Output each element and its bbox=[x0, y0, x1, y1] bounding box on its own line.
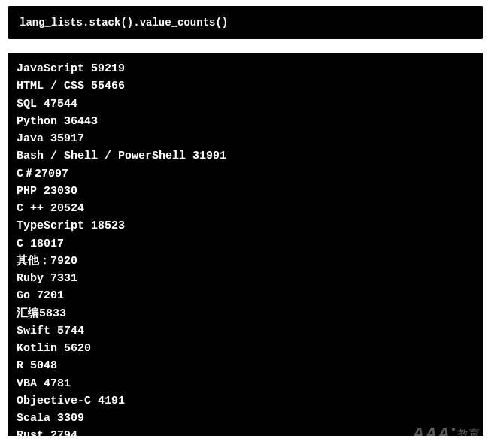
output-line: Objective-C 4191 bbox=[17, 392, 474, 410]
output-line: HTML / CSS 55466 bbox=[17, 77, 474, 95]
output-line: Bash / Shell / PowerShell 31991 bbox=[17, 147, 474, 165]
output-line: 汇编5833 bbox=[17, 305, 474, 322]
output-line: Java 35917 bbox=[17, 130, 474, 147]
output-line: JavaScript 59219 bbox=[17, 60, 474, 77]
output-line: Swift 5744 bbox=[17, 322, 474, 340]
output-line: PHP 23030 bbox=[17, 183, 474, 200]
code-input-text: lang_lists.stack().value_counts() bbox=[20, 17, 228, 29]
output-line: TypeScript 18523 bbox=[17, 217, 474, 235]
output-line: Scala 3309 bbox=[17, 410, 474, 427]
output-line: R 5048 bbox=[17, 357, 474, 374]
output-line: C 18017 bbox=[17, 235, 474, 253]
output-line: C＃27097 bbox=[17, 165, 474, 183]
output-line: 其他：7920 bbox=[17, 253, 474, 270]
output-line: Ruby 7331 bbox=[17, 270, 474, 287]
output-line: Python 36443 bbox=[17, 113, 474, 130]
code-input-cell: lang_lists.stack().value_counts() bbox=[8, 6, 483, 39]
output-line: C ++ 20524 bbox=[17, 200, 474, 217]
output-line: SQL 47544 bbox=[17, 95, 474, 113]
output-line: Kotlin 5620 bbox=[17, 340, 474, 357]
code-output-cell: JavaScript 59219HTML / CSS 55466SQL 4754… bbox=[8, 53, 483, 436]
output-line: Rust 2794 bbox=[17, 427, 474, 436]
output-line: VBA 4781 bbox=[17, 375, 474, 392]
output-line: Go 7201 bbox=[17, 287, 474, 304]
